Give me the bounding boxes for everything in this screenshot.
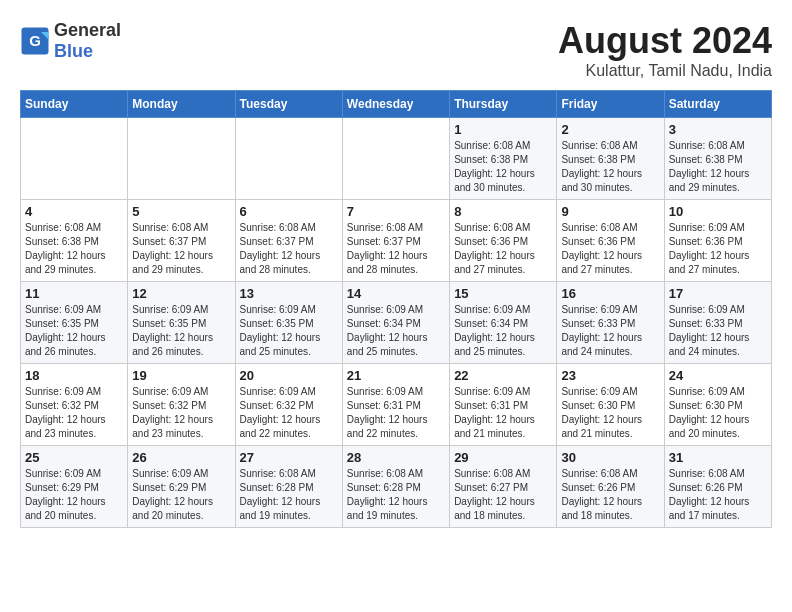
- day-number: 11: [25, 286, 123, 301]
- day-detail: Sunrise: 6:08 AM Sunset: 6:38 PM Dayligh…: [669, 139, 767, 195]
- calendar-cell: 26Sunrise: 6:09 AM Sunset: 6:29 PM Dayli…: [128, 446, 235, 528]
- day-detail: Sunrise: 6:08 AM Sunset: 6:28 PM Dayligh…: [347, 467, 445, 523]
- calendar-cell: [21, 118, 128, 200]
- weekday-header: Thursday: [450, 91, 557, 118]
- day-detail: Sunrise: 6:09 AM Sunset: 6:32 PM Dayligh…: [25, 385, 123, 441]
- day-number: 5: [132, 204, 230, 219]
- day-detail: Sunrise: 6:09 AM Sunset: 6:31 PM Dayligh…: [347, 385, 445, 441]
- weekday-header: Sunday: [21, 91, 128, 118]
- calendar-cell: 21Sunrise: 6:09 AM Sunset: 6:31 PM Dayli…: [342, 364, 449, 446]
- weekday-header: Wednesday: [342, 91, 449, 118]
- calendar-cell: 7Sunrise: 6:08 AM Sunset: 6:37 PM Daylig…: [342, 200, 449, 282]
- day-detail: Sunrise: 6:08 AM Sunset: 6:38 PM Dayligh…: [454, 139, 552, 195]
- day-number: 15: [454, 286, 552, 301]
- calendar-week-row: 1Sunrise: 6:08 AM Sunset: 6:38 PM Daylig…: [21, 118, 772, 200]
- day-detail: Sunrise: 6:09 AM Sunset: 6:34 PM Dayligh…: [347, 303, 445, 359]
- day-detail: Sunrise: 6:09 AM Sunset: 6:29 PM Dayligh…: [25, 467, 123, 523]
- calendar-cell: [128, 118, 235, 200]
- calendar-cell: 6Sunrise: 6:08 AM Sunset: 6:37 PM Daylig…: [235, 200, 342, 282]
- day-detail: Sunrise: 6:08 AM Sunset: 6:27 PM Dayligh…: [454, 467, 552, 523]
- day-number: 20: [240, 368, 338, 383]
- day-number: 28: [347, 450, 445, 465]
- logo: G General Blue: [20, 20, 121, 62]
- month-year: August 2024: [558, 20, 772, 62]
- day-detail: Sunrise: 6:08 AM Sunset: 6:28 PM Dayligh…: [240, 467, 338, 523]
- day-detail: Sunrise: 6:08 AM Sunset: 6:26 PM Dayligh…: [561, 467, 659, 523]
- calendar-cell: 24Sunrise: 6:09 AM Sunset: 6:30 PM Dayli…: [664, 364, 771, 446]
- calendar-week-row: 4Sunrise: 6:08 AM Sunset: 6:38 PM Daylig…: [21, 200, 772, 282]
- day-number: 12: [132, 286, 230, 301]
- svg-text:G: G: [29, 32, 41, 49]
- day-detail: Sunrise: 6:08 AM Sunset: 6:37 PM Dayligh…: [347, 221, 445, 277]
- calendar-cell: 18Sunrise: 6:09 AM Sunset: 6:32 PM Dayli…: [21, 364, 128, 446]
- calendar-cell: 3Sunrise: 6:08 AM Sunset: 6:38 PM Daylig…: [664, 118, 771, 200]
- calendar-cell: 4Sunrise: 6:08 AM Sunset: 6:38 PM Daylig…: [21, 200, 128, 282]
- day-number: 1: [454, 122, 552, 137]
- calendar-cell: 22Sunrise: 6:09 AM Sunset: 6:31 PM Dayli…: [450, 364, 557, 446]
- weekday-header: Saturday: [664, 91, 771, 118]
- calendar-cell: 13Sunrise: 6:09 AM Sunset: 6:35 PM Dayli…: [235, 282, 342, 364]
- day-detail: Sunrise: 6:08 AM Sunset: 6:36 PM Dayligh…: [561, 221, 659, 277]
- day-detail: Sunrise: 6:08 AM Sunset: 6:38 PM Dayligh…: [25, 221, 123, 277]
- logo-icon: G: [20, 26, 50, 56]
- calendar-cell: 27Sunrise: 6:08 AM Sunset: 6:28 PM Dayli…: [235, 446, 342, 528]
- calendar-cell: 14Sunrise: 6:09 AM Sunset: 6:34 PM Dayli…: [342, 282, 449, 364]
- day-number: 9: [561, 204, 659, 219]
- day-number: 25: [25, 450, 123, 465]
- day-number: 14: [347, 286, 445, 301]
- day-detail: Sunrise: 6:09 AM Sunset: 6:32 PM Dayligh…: [132, 385, 230, 441]
- day-detail: Sunrise: 6:09 AM Sunset: 6:29 PM Dayligh…: [132, 467, 230, 523]
- calendar-cell: 19Sunrise: 6:09 AM Sunset: 6:32 PM Dayli…: [128, 364, 235, 446]
- calendar-week-row: 11Sunrise: 6:09 AM Sunset: 6:35 PM Dayli…: [21, 282, 772, 364]
- day-number: 21: [347, 368, 445, 383]
- day-detail: Sunrise: 6:08 AM Sunset: 6:38 PM Dayligh…: [561, 139, 659, 195]
- calendar-cell: 10Sunrise: 6:09 AM Sunset: 6:36 PM Dayli…: [664, 200, 771, 282]
- day-number: 24: [669, 368, 767, 383]
- day-detail: Sunrise: 6:08 AM Sunset: 6:26 PM Dayligh…: [669, 467, 767, 523]
- calendar-cell: [342, 118, 449, 200]
- calendar-cell: 9Sunrise: 6:08 AM Sunset: 6:36 PM Daylig…: [557, 200, 664, 282]
- weekday-header: Monday: [128, 91, 235, 118]
- location: Kulattur, Tamil Nadu, India: [558, 62, 772, 80]
- calendar-cell: 11Sunrise: 6:09 AM Sunset: 6:35 PM Dayli…: [21, 282, 128, 364]
- calendar-cell: 28Sunrise: 6:08 AM Sunset: 6:28 PM Dayli…: [342, 446, 449, 528]
- calendar-week-row: 18Sunrise: 6:09 AM Sunset: 6:32 PM Dayli…: [21, 364, 772, 446]
- title-block: August 2024 Kulattur, Tamil Nadu, India: [558, 20, 772, 80]
- calendar-cell: 2Sunrise: 6:08 AM Sunset: 6:38 PM Daylig…: [557, 118, 664, 200]
- day-number: 16: [561, 286, 659, 301]
- calendar-cell: [235, 118, 342, 200]
- day-number: 22: [454, 368, 552, 383]
- day-detail: Sunrise: 6:09 AM Sunset: 6:35 PM Dayligh…: [25, 303, 123, 359]
- calendar-cell: 23Sunrise: 6:09 AM Sunset: 6:30 PM Dayli…: [557, 364, 664, 446]
- day-detail: Sunrise: 6:08 AM Sunset: 6:36 PM Dayligh…: [454, 221, 552, 277]
- day-number: 13: [240, 286, 338, 301]
- day-number: 27: [240, 450, 338, 465]
- logo-general-text: General: [54, 20, 121, 41]
- logo-blue-text: Blue: [54, 41, 121, 62]
- calendar-cell: 16Sunrise: 6:09 AM Sunset: 6:33 PM Dayli…: [557, 282, 664, 364]
- calendar-cell: 8Sunrise: 6:08 AM Sunset: 6:36 PM Daylig…: [450, 200, 557, 282]
- calendar-cell: 25Sunrise: 6:09 AM Sunset: 6:29 PM Dayli…: [21, 446, 128, 528]
- day-detail: Sunrise: 6:09 AM Sunset: 6:36 PM Dayligh…: [669, 221, 767, 277]
- day-number: 18: [25, 368, 123, 383]
- day-detail: Sunrise: 6:09 AM Sunset: 6:32 PM Dayligh…: [240, 385, 338, 441]
- day-detail: Sunrise: 6:09 AM Sunset: 6:33 PM Dayligh…: [669, 303, 767, 359]
- day-number: 10: [669, 204, 767, 219]
- calendar-cell: 31Sunrise: 6:08 AM Sunset: 6:26 PM Dayli…: [664, 446, 771, 528]
- day-number: 17: [669, 286, 767, 301]
- calendar-week-row: 25Sunrise: 6:09 AM Sunset: 6:29 PM Dayli…: [21, 446, 772, 528]
- day-number: 3: [669, 122, 767, 137]
- day-number: 7: [347, 204, 445, 219]
- day-detail: Sunrise: 6:09 AM Sunset: 6:34 PM Dayligh…: [454, 303, 552, 359]
- weekday-header-row: SundayMondayTuesdayWednesdayThursdayFrid…: [21, 91, 772, 118]
- calendar-cell: 15Sunrise: 6:09 AM Sunset: 6:34 PM Dayli…: [450, 282, 557, 364]
- day-detail: Sunrise: 6:09 AM Sunset: 6:30 PM Dayligh…: [669, 385, 767, 441]
- day-number: 23: [561, 368, 659, 383]
- day-number: 4: [25, 204, 123, 219]
- weekday-header: Friday: [557, 91, 664, 118]
- day-number: 8: [454, 204, 552, 219]
- calendar-cell: 12Sunrise: 6:09 AM Sunset: 6:35 PM Dayli…: [128, 282, 235, 364]
- day-detail: Sunrise: 6:08 AM Sunset: 6:37 PM Dayligh…: [240, 221, 338, 277]
- day-detail: Sunrise: 6:09 AM Sunset: 6:35 PM Dayligh…: [132, 303, 230, 359]
- calendar-cell: 29Sunrise: 6:08 AM Sunset: 6:27 PM Dayli…: [450, 446, 557, 528]
